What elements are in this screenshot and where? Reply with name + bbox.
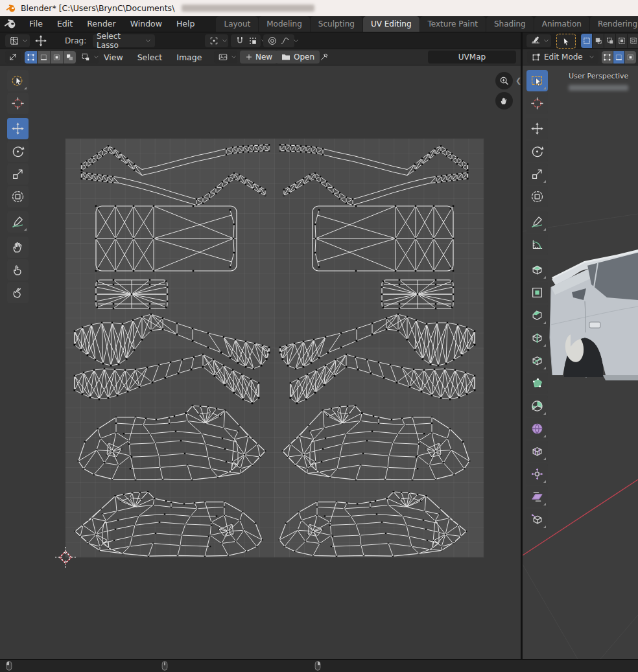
- zoom-gizmo[interactable]: [495, 72, 513, 89]
- tool-transform[interactable]: [7, 186, 29, 207]
- tool-move[interactable]: [526, 118, 548, 139]
- select-mode-intersect[interactable]: [628, 34, 638, 48]
- snapping-dropdown[interactable]: [231, 34, 261, 47]
- menu-file[interactable]: File: [22, 16, 50, 32]
- open-image-button[interactable]: Open: [276, 51, 320, 64]
- tool-rotate[interactable]: [526, 141, 548, 162]
- tool-pen-icon: [530, 36, 541, 46]
- drag-mode-dropdown[interactable]: Select Lasso: [93, 34, 155, 47]
- rip-region-icon: [530, 513, 544, 526]
- tool-edge-slide[interactable]: [526, 441, 548, 462]
- menu-help[interactable]: Help: [169, 16, 202, 32]
- tool-cursor-3d[interactable]: [526, 93, 548, 114]
- select-mode-extend[interactable]: [593, 34, 604, 48]
- uv-select-mode-island[interactable]: [64, 51, 76, 64]
- new-image-button[interactable]: New: [240, 51, 278, 64]
- measure-icon: [530, 238, 544, 251]
- tool-knife[interactable]: [526, 350, 548, 371]
- uv-select-mode-face[interactable]: [51, 51, 63, 64]
- tool-pinch[interactable]: [7, 282, 29, 303]
- pivot-point-dropdown[interactable]: [205, 34, 228, 47]
- tool-grab[interactable]: [7, 237, 29, 258]
- middle-mouse-icon: [161, 660, 169, 671]
- blender-menu-icon[interactable]: [4, 17, 17, 30]
- tab-rendering[interactable]: Rendering: [590, 16, 638, 32]
- tool-rip-region[interactable]: [526, 509, 548, 530]
- uv-select-mode-vertex[interactable]: [25, 51, 37, 64]
- vp-active-tool-dropdown[interactable]: [526, 34, 551, 47]
- chevron-down-icon: [145, 36, 151, 46]
- menu-edit[interactable]: Edit: [50, 16, 80, 32]
- tab-texture-paint[interactable]: Texture Paint: [420, 16, 486, 32]
- mesh-select-mode-vertex[interactable]: [602, 51, 613, 64]
- select-mode-invert[interactable]: [616, 34, 627, 48]
- tool-smooth[interactable]: [526, 418, 548, 439]
- menu-window[interactable]: Window: [123, 16, 169, 32]
- tool-scale[interactable]: [526, 163, 548, 185]
- image-browse-dropdown[interactable]: [214, 51, 237, 64]
- uv-menu-select[interactable]: Select: [135, 49, 165, 65]
- tool-annotate[interactable]: [526, 211, 548, 233]
- tool-shear[interactable]: [526, 486, 548, 507]
- magnet-icon[interactable]: [235, 36, 245, 46]
- editor-separator[interactable]: [521, 32, 523, 659]
- menu-render[interactable]: Render: [80, 16, 123, 32]
- tab-sculpting[interactable]: Sculpting: [311, 16, 362, 32]
- active-tool-dropdown[interactable]: [5, 34, 30, 47]
- uv-select-mode-edge[interactable]: [38, 51, 50, 64]
- vp-active-tool-indicator[interactable]: [556, 34, 576, 49]
- right-mouse-icon: [314, 660, 322, 671]
- tool-select-box[interactable]: [526, 70, 548, 91]
- pin-icon[interactable]: [319, 52, 329, 62]
- uv-map-field[interactable]: UVMap: [428, 51, 516, 64]
- tool-annotate[interactable]: [7, 211, 29, 233]
- inset-icon: [530, 286, 544, 299]
- tool-rotate[interactable]: [7, 141, 29, 162]
- tool-transform[interactable]: [526, 186, 548, 207]
- tool-shrink-fatten[interactable]: [526, 463, 548, 485]
- uv-menu-view[interactable]: View: [101, 49, 126, 65]
- sidebar-collapse-arrow[interactable]: ❮: [515, 76, 521, 85]
- tool-poly-build[interactable]: [526, 373, 548, 394]
- tool-measure[interactable]: [526, 234, 548, 255]
- mesh-select-mode-face[interactable]: [625, 51, 636, 64]
- proportional-edit-dropdown[interactable]: [263, 34, 294, 47]
- select-mode-subtract[interactable]: [604, 34, 615, 48]
- viewport-canvas[interactable]: User Perspective: [523, 65, 638, 659]
- tab-modeling[interactable]: Modeling: [259, 16, 310, 32]
- tool-spin[interactable]: [526, 395, 548, 417]
- tool-tweak-select[interactable]: [7, 70, 29, 91]
- uv-space: [0, 65, 521, 659]
- tab-uv-editing[interactable]: UV Editing: [363, 16, 419, 32]
- proportional-edit-icon[interactable]: [267, 36, 278, 46]
- tool-loop-cut[interactable]: [526, 327, 548, 349]
- rotate-icon: [530, 145, 544, 158]
- uv-menu-image[interactable]: Image: [174, 49, 204, 65]
- tool-cursor-2d[interactable]: [7, 93, 29, 114]
- pan-gizmo[interactable]: [495, 92, 513, 110]
- tool-scale[interactable]: [7, 163, 29, 185]
- annotate-icon: [530, 215, 544, 229]
- uv-sync-selection-toggle[interactable]: [5, 51, 21, 64]
- uv-toolbar: [7, 70, 29, 305]
- tab-animation[interactable]: Animation: [534, 16, 589, 32]
- mesh-select-mode-edge[interactable]: [613, 51, 624, 64]
- select-mode-set[interactable]: [581, 34, 592, 48]
- edit-mode-icon: [531, 52, 541, 62]
- tool-extrude[interactable]: [526, 259, 548, 281]
- tab-layout[interactable]: Layout: [216, 16, 258, 32]
- move-icon: [11, 122, 25, 135]
- tab-shading[interactable]: Shading: [486, 16, 534, 32]
- tool-relax[interactable]: [7, 259, 29, 281]
- mode-intersect-icon: [629, 36, 638, 45]
- edge-slide-icon: [530, 445, 544, 458]
- mode-dropdown[interactable]: Edit Mode: [527, 51, 598, 64]
- uv-editor-canvas[interactable]: ❮: [0, 65, 521, 659]
- tool-move[interactable]: [7, 118, 29, 139]
- viewport-header: Edit Mode: [523, 49, 638, 65]
- sticky-selection-dropdown[interactable]: [77, 51, 99, 64]
- tool-bevel[interactable]: [526, 305, 548, 326]
- uv-editor-header: ViewSelectImageUV New Open UVMap: [0, 49, 521, 65]
- tool-inset[interactable]: [526, 282, 548, 303]
- blender-window: Blender* [C:\Users\BrynC\Documents\ File…: [0, 0, 638, 672]
